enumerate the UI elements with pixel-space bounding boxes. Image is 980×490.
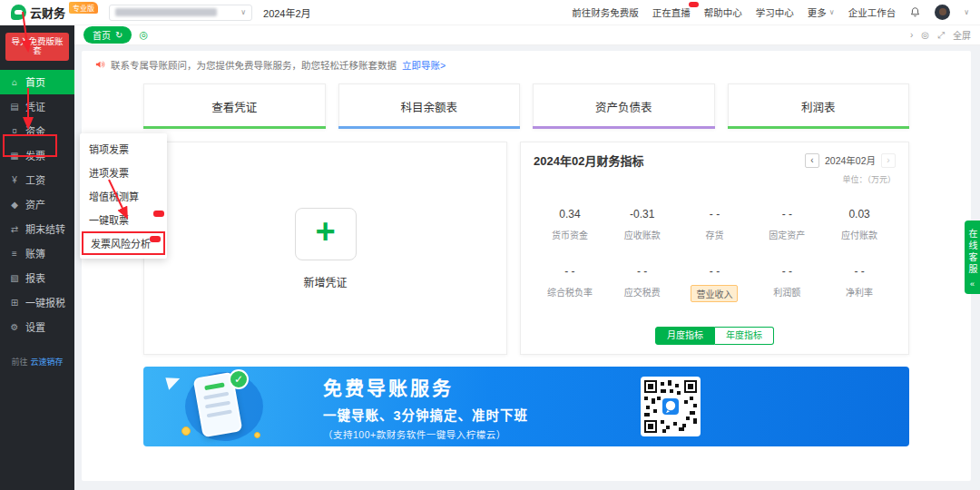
content-panel: 联系专属导账顾问，为您提供免费导账服务，助您轻松迁移账套数据 立即导账> 查看凭… bbox=[82, 51, 971, 481]
metrics-unit: 单位：（万元） bbox=[534, 173, 896, 185]
fullscreen-label[interactable]: 全屏 bbox=[953, 28, 971, 42]
tab-home-label: 首页 bbox=[93, 28, 111, 42]
company-name-redacted bbox=[115, 8, 217, 16]
banner-subtitle: 一键导账、3分钟搞定、准时下班 bbox=[323, 405, 528, 424]
qr-code bbox=[641, 377, 701, 436]
tab-circle-icon[interactable]: ◎ bbox=[139, 29, 148, 41]
promo-banner[interactable]: ✓ 免费导账服务 一键导账、3分钟搞定、准时下班 （支持100+款财务软件一键导… bbox=[143, 367, 909, 446]
metric-fixed-assets: - -固定资产 bbox=[750, 208, 823, 241]
sidebar-item-assets[interactable]: ◆ 资产 bbox=[0, 192, 74, 217]
chevron-right-icon[interactable]: › bbox=[910, 30, 913, 40]
notice-text: 联系专属导账顾问，为您提供免费导账服务，助您轻松迁移账套数据 bbox=[111, 58, 397, 72]
metric-inventory: - -存货 bbox=[679, 208, 751, 241]
megaphone-icon bbox=[94, 59, 105, 72]
online-service-tab[interactable]: 在线客服 « bbox=[965, 220, 980, 294]
card-income-statement[interactable]: 利润表 bbox=[728, 83, 910, 129]
notice-link[interactable]: 立即导账> bbox=[402, 58, 446, 72]
sidebar-item-salary[interactable]: ¥ 工资 bbox=[0, 168, 74, 192]
quick-cards: 查看凭证 科目余额表 资产负债表 利润表 bbox=[143, 83, 909, 129]
funds-icon: ¤ bbox=[9, 126, 20, 136]
sidebar-nav: ⌂ 首页 ▤ 凭证 ¤ 资金 ▦ 发票 ¥ 工资 ◆ 资产 bbox=[0, 70, 74, 339]
metric-payables: 0.03应付账款 bbox=[823, 208, 896, 241]
sidebar-item-ledger[interactable]: ≡ 账簿 bbox=[0, 241, 74, 266]
sidebar-item-label: 资金 bbox=[25, 123, 45, 138]
notification-bell-icon[interactable] bbox=[909, 6, 921, 18]
submenu-invoice-risk-analysis[interactable]: 发票风险分析 bbox=[82, 231, 165, 255]
sidebar-item-carryover[interactable]: ⇄ 期末结转 bbox=[0, 217, 74, 241]
nav-more-label: 更多 bbox=[808, 5, 827, 19]
new-badge bbox=[153, 211, 164, 217]
card-view-vouchers[interactable]: 查看凭证 bbox=[143, 83, 326, 129]
submenu-item-label: 一键取票 bbox=[89, 215, 129, 226]
main-content: 联系专属导账顾问，为您提供免费导账服务，助您轻松迁移账套数据 立即导账> 查看凭… bbox=[74, 45, 980, 490]
metrics-row-1: 0.34货币资金 -0.31应收账款 - -存货 - -固定资产 bbox=[534, 208, 896, 241]
company-selector[interactable]: ∨ bbox=[109, 5, 252, 21]
add-voucher-button[interactable]: + bbox=[295, 208, 357, 260]
nav-help-center[interactable]: 帮助中心 bbox=[704, 5, 742, 19]
metric-tax-burden: - -综合税负率 bbox=[534, 265, 606, 302]
salary-icon: ¥ bbox=[9, 175, 20, 185]
new-voucher-panel: + 新增凭证 bbox=[143, 142, 507, 355]
sidebar-item-label: 一键报税 bbox=[25, 295, 65, 309]
banner-illustration: ✓ bbox=[143, 367, 279, 446]
submenu-vat-calc[interactable]: 增值税测算 bbox=[80, 184, 167, 208]
card-account-balance[interactable]: 科目余额表 bbox=[338, 83, 521, 129]
metrics-title: 2024年02月财务指标 bbox=[534, 152, 643, 169]
next-month-button[interactable]: › bbox=[881, 153, 896, 168]
metrics-period: 2024年02月 bbox=[825, 153, 876, 167]
user-avatar[interactable] bbox=[935, 5, 950, 20]
submenu-input-invoice[interactable]: 进项发票 bbox=[80, 161, 167, 184]
nav-live-label: 正在直播 bbox=[652, 5, 691, 19]
monthly-toggle-button[interactable]: 月度指标 bbox=[655, 327, 715, 345]
refresh-circle-icon[interactable]: ◎ bbox=[921, 30, 929, 40]
fullscreen-icon[interactable]: ⤢ bbox=[937, 30, 945, 41]
sidebar-item-voucher[interactable]: ▤ 凭证 bbox=[0, 94, 74, 119]
submenu-one-click-fetch[interactable]: 一键取票 bbox=[80, 208, 167, 231]
prev-month-button[interactable]: ‹ bbox=[805, 153, 819, 168]
sidebar-item-settings[interactable]: ⚙ 设置 bbox=[0, 315, 74, 339]
sidebar-item-label: 期末结转 bbox=[25, 221, 65, 236]
refresh-icon[interactable]: ↻ bbox=[115, 30, 122, 40]
carryover-icon: ⇄ bbox=[9, 224, 20, 234]
submenu-item-label: 发票风险分析 bbox=[91, 239, 151, 250]
sidebar-item-label: 凭证 bbox=[25, 99, 45, 113]
period-label[interactable]: 2024年2月 bbox=[263, 5, 311, 20]
sidebar-item-label: 首页 bbox=[25, 74, 45, 89]
invoice-icon: ▦ bbox=[9, 151, 20, 161]
inner-container: 查看凭证 科目余额表 资产负债表 利润表 + 新增凭证 2024年02月财 bbox=[82, 83, 971, 446]
sidebar-item-home[interactable]: ⌂ 首页 bbox=[0, 70, 74, 94]
sidebar-footer-link[interactable]: 前往云速销存 bbox=[0, 356, 74, 368]
tab-home[interactable]: 首页 ↻ bbox=[83, 26, 132, 44]
sidebar-item-funds[interactable]: ¤ 资金 bbox=[0, 119, 74, 143]
sidebar-item-label: 资产 bbox=[25, 197, 45, 211]
coin-icon bbox=[254, 432, 260, 438]
sidebar-item-invoice[interactable]: ▦ 发票 bbox=[0, 143, 74, 168]
nav-live[interactable]: 正在直播 bbox=[652, 5, 691, 19]
plus-icon: + bbox=[315, 214, 335, 249]
live-badge bbox=[689, 2, 699, 7]
nav-more[interactable]: 更多 ∨ bbox=[808, 5, 835, 19]
card-balance-sheet[interactable]: 资产负债表 bbox=[533, 83, 715, 129]
coin-icon bbox=[181, 426, 191, 436]
sidebar-item-tax-filing[interactable]: ⊞ 一键报税 bbox=[0, 290, 74, 315]
nav-learning-center[interactable]: 学习中心 bbox=[756, 5, 794, 19]
import-free-account-button[interactable]: 导入免费版账套 bbox=[5, 33, 69, 61]
nav-workbench[interactable]: 企业工作台 bbox=[848, 5, 897, 19]
sidebar-item-reports[interactable]: ▧ 报表 bbox=[0, 266, 74, 290]
home-icon: ⌂ bbox=[9, 77, 20, 87]
sidebar-item-label: 设置 bbox=[25, 319, 45, 334]
sidebar: 导入免费版账套 ⌂ 首页 ▤ 凭证 ¤ 资金 ▦ 发票 ¥ 工资 bbox=[0, 25, 74, 490]
topbar: 云财务 专业版 ∨ 2024年2月 前往财务免费版 正在直播 帮助中心 学习中心… bbox=[0, 0, 980, 25]
chevron-down-icon[interactable]: ∨ bbox=[964, 8, 969, 16]
logo-icon bbox=[11, 5, 26, 20]
metric-tax-payable: - -应交税费 bbox=[606, 265, 679, 302]
submenu-output-invoice[interactable]: 销项发票 bbox=[80, 137, 167, 161]
tab-bar: 首页 ↻ ◎ › ◎ ⤢ 全屏 bbox=[74, 25, 980, 45]
notice-bar: 联系专属导账顾问，为您提供免费导账服务，助您轻松迁移账套数据 立即导账> bbox=[82, 51, 971, 72]
edition-badge: 专业版 bbox=[69, 2, 98, 14]
yearly-toggle-button[interactable]: 年度指标 bbox=[715, 327, 774, 345]
chevron-down-icon: ∨ bbox=[829, 8, 835, 16]
paper-plane-icon bbox=[165, 374, 181, 390]
nav-free-version[interactable]: 前往财务免费版 bbox=[572, 5, 639, 19]
metric-receivables: -0.31应收账款 bbox=[606, 208, 679, 241]
